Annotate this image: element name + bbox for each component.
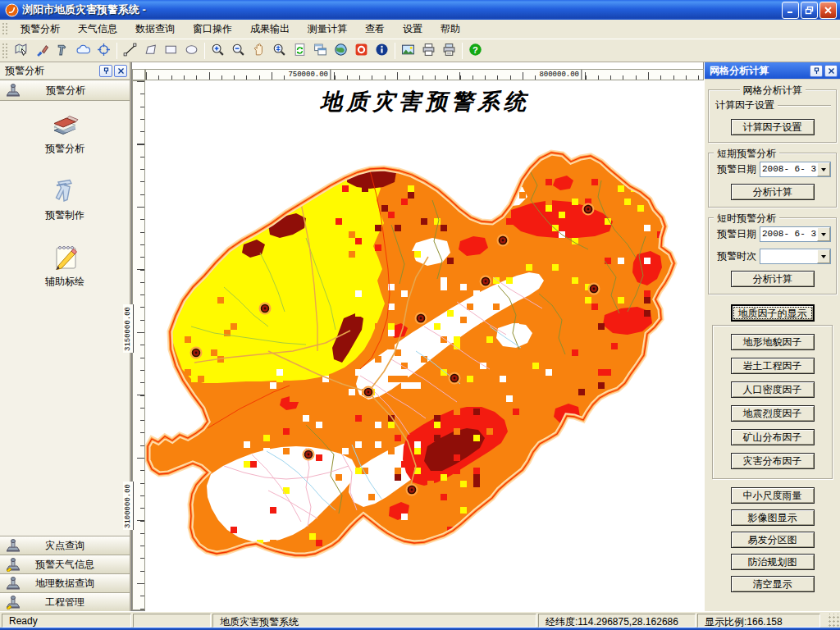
factor-button-6[interactable]: 灾害分布因子	[731, 453, 815, 469]
v-ruler-label: 3150000.00	[123, 304, 134, 353]
town-marker[interactable]	[191, 348, 202, 358]
status-ready: Ready	[2, 614, 131, 628]
locate-button[interactable]	[94, 41, 114, 61]
town-marker[interactable]	[589, 284, 600, 294]
svg-text:?: ?	[472, 44, 478, 54]
factor-button-3[interactable]: 人口密度因子	[731, 381, 815, 398]
chevron-down-icon[interactable]	[817, 227, 830, 241]
right-panel-pin-button[interactable]	[810, 65, 823, 77]
map-title: 地质灾害预警系统	[145, 87, 705, 116]
globe-button[interactable]	[331, 41, 351, 61]
extra-button-2[interactable]: 影像图显示	[731, 509, 815, 526]
toolbar-separator	[204, 43, 205, 59]
extra-button-4[interactable]: 防治规划图	[731, 554, 815, 570]
paint-icon	[35, 43, 49, 59]
factor-button-1[interactable]: 地形地貌因子	[731, 334, 815, 350]
town-marker[interactable]	[450, 373, 460, 384]
town-marker[interactable]	[363, 387, 374, 398]
chevron-down-icon[interactable]	[817, 162, 830, 176]
info-button[interactable]	[372, 41, 392, 61]
map-canvas[interactable]: 地质灾害预警系统	[145, 80, 705, 611]
image-button[interactable]	[398, 41, 418, 61]
bottom-bar-3[interactable]: 地理数据查询	[0, 573, 130, 592]
nav-item-1[interactable]: 预警分析	[0, 107, 130, 156]
extra-button-5[interactable]: 清空显示	[731, 576, 815, 592]
print-preview-button[interactable]	[439, 41, 459, 61]
zoom-in-button[interactable]	[208, 41, 228, 61]
town-marker[interactable]	[407, 485, 418, 495]
print-icon	[422, 43, 436, 59]
zoom-in-icon	[211, 43, 225, 59]
short-time-legend: 短时预警分析	[714, 212, 779, 226]
menu-item-1[interactable]: 预警分析	[11, 19, 69, 39]
restore-button[interactable]	[801, 2, 818, 19]
zoom-extent-button[interactable]	[269, 41, 290, 61]
menu-item-9[interactable]: 帮助	[431, 19, 469, 39]
pan-button[interactable]	[249, 41, 269, 61]
line-button[interactable]	[120, 41, 140, 61]
left-panel-pin-button[interactable]	[99, 65, 112, 77]
town-marker[interactable]	[583, 204, 594, 215]
menu-item-7[interactable]: 查看	[356, 19, 394, 39]
chevron-down-icon[interactable]	[817, 249, 830, 263]
layers-button[interactable]	[310, 41, 331, 61]
left-panel-close-button[interactable]	[114, 65, 127, 77]
cloud-button[interactable]	[73, 41, 94, 61]
map-select-icon	[15, 43, 29, 59]
town-marker[interactable]	[416, 313, 427, 324]
left-panel-section-header[interactable]: 预警分析	[0, 80, 130, 101]
minimize-button[interactable]	[782, 2, 799, 19]
town-marker[interactable]	[481, 276, 491, 287]
toolbar-grip[interactable]	[2, 43, 8, 58]
map-select-button[interactable]	[11, 41, 32, 61]
zoom-out-button[interactable]	[228, 41, 249, 61]
toolbar-separator	[462, 43, 463, 59]
hammer-button[interactable]	[52, 41, 73, 61]
bottom-bar-4[interactable]: 工程管理	[0, 592, 130, 611]
factor-setting-button[interactable]: 计算因子设置	[731, 119, 815, 135]
menu-item-6[interactable]: 测量计算	[299, 19, 356, 39]
short-time-date-combobox[interactable]: 2008- 6- 3	[760, 226, 831, 242]
bottom-bar-2[interactable]: 预警天气信息	[0, 555, 130, 573]
paint-button[interactable]	[32, 41, 52, 61]
status-empty	[133, 614, 211, 628]
short-term-analyze-button[interactable]: 分析计算	[731, 184, 815, 200]
menu-item-8[interactable]: 设置	[394, 19, 431, 39]
menu-item-5[interactable]: 成果输出	[241, 19, 299, 39]
short-term-date-value: 2008- 6- 3	[760, 162, 817, 176]
close-button[interactable]	[819, 2, 837, 19]
menu-item-3[interactable]: 数据查询	[126, 19, 184, 39]
extra-button-1[interactable]: 中小尺度雨量	[731, 487, 815, 504]
nav-item-2[interactable]: 预警制作	[0, 174, 130, 222]
zoom-extent-icon	[272, 43, 286, 59]
factor-button-5[interactable]: 矿山分布因子	[731, 429, 815, 445]
menu-item-4[interactable]: 窗口操作	[184, 19, 241, 39]
print-button[interactable]	[418, 41, 439, 61]
extra-button-3[interactable]: 易发分区图	[731, 532, 815, 548]
etched-line	[778, 105, 831, 107]
factor-button-2[interactable]: 岩土工程因子	[731, 358, 815, 374]
short-time-analyze-button[interactable]: 分析计算	[731, 271, 815, 287]
nav-item-3[interactable]: 辅助标绘	[0, 240, 130, 289]
image-icon	[401, 43, 415, 59]
short-term-date-combobox[interactable]: 2008- 6- 3	[760, 162, 831, 177]
polygon-button[interactable]	[140, 41, 161, 61]
town-marker[interactable]	[260, 304, 271, 314]
disaster-warning-map[interactable]	[145, 80, 705, 611]
bottom-bar-1[interactable]: 灾点查询	[0, 536, 130, 555]
town-marker[interactable]	[498, 235, 509, 246]
ellipse-button[interactable]	[181, 41, 202, 61]
resize-grip[interactable]	[827, 614, 840, 628]
record-button[interactable]	[351, 41, 372, 61]
left-panel-title: 预警分析	[5, 64, 98, 78]
factor-button-4[interactable]: 地震烈度因子	[731, 405, 815, 422]
town-marker[interactable]	[304, 450, 314, 460]
refresh-button[interactable]	[290, 41, 310, 61]
menu-grip[interactable]	[2, 22, 8, 35]
menu-item-2[interactable]: 天气信息	[69, 19, 126, 39]
geo-factor-display-button[interactable]: 地质因子的显示	[731, 304, 815, 322]
rectangle-button[interactable]	[161, 41, 181, 61]
help-button[interactable]: ?	[465, 41, 486, 61]
right-panel-close-button[interactable]	[824, 65, 838, 77]
short-time-period-combobox[interactable]	[760, 249, 831, 264]
